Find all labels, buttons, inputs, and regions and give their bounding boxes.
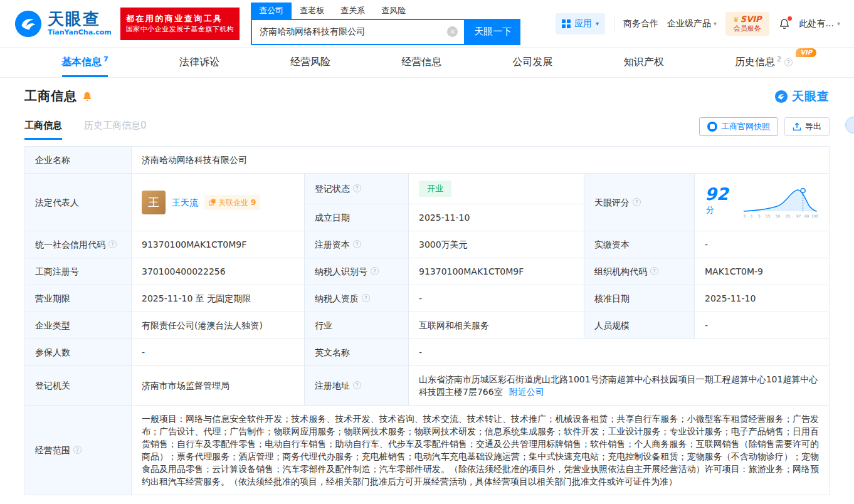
score-unit: 分 bbox=[706, 205, 714, 214]
help-icon[interactable]: ? bbox=[353, 381, 361, 389]
taxpayer-id-value: 91370100MAK1CT0M9F bbox=[409, 258, 584, 285]
company-type-label: 企业类型 bbox=[25, 312, 132, 339]
reg-status-cell: 开业 bbox=[409, 174, 584, 204]
promo-line2: 国家中小企业发展子基金旗下机构 bbox=[126, 24, 235, 35]
logo-title: 天眼查 bbox=[48, 11, 112, 28]
subtab-business-info[interactable]: 工商信息 bbox=[24, 120, 62, 140]
reg-authority-label: 登记机关 bbox=[25, 366, 132, 406]
insured-count-value: - bbox=[132, 339, 305, 366]
search-input[interactable] bbox=[252, 20, 464, 44]
staff-size-value: - bbox=[695, 312, 830, 339]
legal-rep-cell: 王 王天流 关联企业 9 bbox=[132, 174, 305, 231]
establish-date-label: 成立日期 bbox=[305, 204, 409, 231]
reg-number-label: 工商注册号 bbox=[25, 258, 132, 285]
tab-company-development[interactable]: 公司发展 bbox=[509, 48, 557, 77]
help-icon[interactable]: ? bbox=[784, 58, 793, 66]
help-icon[interactable]: ? bbox=[633, 198, 641, 206]
industry-value: 互联网和相关服务 bbox=[409, 312, 584, 339]
tab-history-info[interactable]: 历史信息 2 ? VIP bbox=[731, 48, 796, 77]
nav-business-cooperation[interactable]: 商务合作 bbox=[623, 18, 658, 29]
legal-rep-avatar[interactable]: 王 bbox=[142, 191, 166, 214]
reg-capital-label: 注册资本? bbox=[305, 231, 409, 258]
company-type-value: 有限责任公司(港澳台法人独资) bbox=[132, 312, 305, 339]
tab-operation-info[interactable]: 经营信息 bbox=[398, 48, 445, 77]
reg-authority-value: 济南市市场监督管理局 bbox=[132, 366, 305, 406]
help-icon[interactable]: ? bbox=[108, 240, 117, 248]
page: 天眼查 TianYanCha.com 都在用的商业查询工具 国家中小企业发展子基… bbox=[0, 0, 854, 495]
table-row: 工商注册号 370100400022256 纳税人识别号? 91370100MA… bbox=[25, 258, 830, 285]
search-tab-relation[interactable]: 查关系 bbox=[332, 3, 373, 19]
tab-operation-risk[interactable]: 经营风险 bbox=[287, 48, 334, 77]
vip-tag: VIP bbox=[796, 48, 816, 57]
english-name-value: - bbox=[409, 339, 830, 366]
legal-rep-link[interactable]: 王天流 bbox=[172, 196, 198, 209]
grid-icon bbox=[562, 19, 571, 28]
status-badge: 开业 bbox=[419, 181, 451, 197]
search-tabs: 查公司 查老板 查关系 查风险 bbox=[251, 3, 520, 19]
tianyancha-logo[interactable]: 天眼查 TianYanCha.com bbox=[14, 9, 112, 38]
divider bbox=[614, 17, 614, 31]
business-term-label: 营业期限 bbox=[25, 285, 132, 312]
business-scope-value: 一般项目：网络与信息安全软件开发；技术服务、技术开发、技术咨询、技术交流、技术转… bbox=[132, 406, 830, 495]
company-name-value: 济南哈动网络科技有限公司 bbox=[132, 147, 830, 174]
help-icon[interactable]: ? bbox=[73, 446, 82, 454]
reg-address-value: 山东省济南市历城区彩石街道虎山北路1001号济南超算中心科技园项目一期工程超算中… bbox=[419, 374, 818, 397]
search-tab-company[interactable]: 查公司 bbox=[251, 3, 292, 19]
related-companies-count: 9 bbox=[251, 196, 256, 209]
staff-size-label: 人员规模 bbox=[584, 312, 695, 339]
official-snapshot-button[interactable]: 工商官网快照 bbox=[699, 117, 778, 136]
help-icon[interactable]: ? bbox=[371, 267, 379, 275]
establish-date-value: 2025-11-10 bbox=[409, 204, 584, 231]
approval-date-value: 2025-11-10 bbox=[695, 285, 830, 312]
tab-basic-info[interactable]: 基本信息7 bbox=[58, 48, 112, 77]
help-icon[interactable]: ? bbox=[362, 294, 370, 302]
svg-text:99: 99 bbox=[804, 213, 809, 218]
promo-line1: 都在用的商业查询工具 bbox=[126, 13, 235, 25]
search-tab-boss[interactable]: 查老板 bbox=[292, 3, 332, 19]
main-content: 工商信息 天眼查 工商信息 历史工商信息0 bbox=[0, 88, 854, 495]
score-label: 天眼评分? bbox=[584, 174, 695, 231]
user-menu[interactable]: 此处有... ▾ bbox=[799, 18, 840, 29]
table-row: 经营范围? 一般项目：网络与信息安全软件开发；技术服务、技术开发、技术咨询、技术… bbox=[25, 406, 830, 495]
search-button[interactable]: 天眼一下 bbox=[465, 19, 520, 45]
export-icon bbox=[793, 122, 801, 131]
nearby-companies-link[interactable]: 附近公司 bbox=[509, 387, 544, 397]
approval-date-label: 核准日期 bbox=[584, 285, 695, 312]
company-name-label: 企业名称 bbox=[25, 147, 132, 174]
industry-label: 行业 bbox=[305, 312, 409, 339]
tab-count: 7 bbox=[103, 55, 108, 63]
business-term-value: 2025-11-10 至 无固定期限 bbox=[132, 285, 305, 312]
insured-count-label: 参保人数 bbox=[25, 339, 132, 366]
search-box: × bbox=[251, 19, 465, 45]
help-icon[interactable]: ? bbox=[650, 267, 658, 275]
table-row: 参保人数 - 英文名称 - bbox=[25, 339, 830, 366]
related-companies-icon bbox=[209, 199, 216, 206]
search-area: 查公司 查老板 查关系 查风险 × 天眼一下 bbox=[251, 3, 520, 45]
nav-enterprise-products[interactable]: 企业级产品 ▾ bbox=[667, 18, 717, 29]
apps-menu-button[interactable]: 应用 ▾ bbox=[556, 13, 605, 34]
svip-membership-badge[interactable]: ♛SVIP 会员服务 bbox=[725, 12, 769, 36]
table-row: 统一社会信用代码? 91370100MAK1CT0M9F 注册资本? 3000万… bbox=[25, 231, 830, 258]
company-nav-tabs: 基本信息7 法律诉讼 经营风险 经营信息 公司发展 知识产权 历史信息 2 ? … bbox=[0, 48, 854, 78]
taxpayer-id-label: 纳税人识别号? bbox=[305, 258, 409, 285]
notification-bell-icon[interactable] bbox=[778, 18, 791, 30]
tab-legal-litigation[interactable]: 法律诉讼 bbox=[176, 48, 223, 77]
search-tab-risk[interactable]: 查风险 bbox=[373, 3, 414, 19]
help-icon[interactable]: ? bbox=[353, 240, 361, 248]
business-info-table: 企业名称 济南哈动网络科技有限公司 法定代表人 王 王天流 bbox=[24, 146, 830, 495]
score-distribution-chart: 0 1 5 15 50 65 97 99 100 bbox=[742, 185, 819, 220]
score-cell: 92分 0 1 5 15 50 65 bbox=[695, 174, 830, 231]
monitor-bell-icon[interactable] bbox=[82, 91, 93, 102]
credit-code-value: 91370100MAK1CT0M9F bbox=[132, 231, 305, 258]
credit-code-label: 统一社会信用代码? bbox=[25, 231, 132, 258]
svg-text:97: 97 bbox=[796, 213, 801, 218]
logo-icon bbox=[14, 9, 43, 38]
subtab-history-business-info[interactable]: 历史工商信息0 bbox=[84, 120, 147, 138]
svg-text:100: 100 bbox=[811, 213, 819, 218]
chevron-down-icon: ▾ bbox=[837, 20, 840, 27]
export-button[interactable]: 导出 bbox=[784, 117, 830, 136]
crown-icon: ♛ bbox=[733, 16, 739, 24]
help-icon[interactable]: ? bbox=[353, 184, 361, 192]
related-companies-badge[interactable]: 关联企业 9 bbox=[204, 195, 260, 210]
tab-intellectual-property[interactable]: 知识产权 bbox=[620, 48, 668, 77]
